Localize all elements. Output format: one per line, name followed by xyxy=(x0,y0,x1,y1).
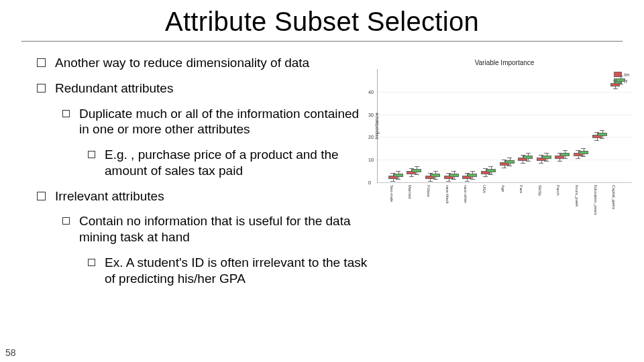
chart-xlabel: Education_years xyxy=(594,185,598,215)
chart-xlabel: Age xyxy=(501,185,505,192)
bullet-text: Contain no information that is useful fo… xyxy=(79,213,372,245)
chart-xlabel: Fare xyxy=(519,185,523,193)
chart-xlabel: SibSp xyxy=(538,185,542,196)
chart-xlabel: Capital_gains xyxy=(612,185,616,209)
chart-box xyxy=(486,69,496,182)
bullet-l1: Another way to reduce dimensionality of … xyxy=(37,55,372,71)
square-bullet-icon xyxy=(62,217,70,225)
square-bullet-icon xyxy=(37,192,46,200)
square-bullet-icon xyxy=(88,151,95,158)
chart-box xyxy=(505,69,515,182)
chart-ylabel: Importance xyxy=(374,112,380,139)
bullet-l1: Irrelevant attributes xyxy=(37,188,372,204)
chart-box xyxy=(412,69,421,182)
bullet-l2: Contain no information that is useful fo… xyxy=(62,213,372,245)
chart-xlabel: race-black xyxy=(445,185,449,204)
bullet-text: Another way to reduce dimensionality of … xyxy=(55,55,309,71)
chart-box xyxy=(616,69,625,182)
bullet-text: Duplicate much or all of the information… xyxy=(79,106,372,138)
chart-xlabel: Parch xyxy=(556,185,560,196)
chart-box xyxy=(449,69,459,182)
bullet-l3: E.g. , purchase price of a product and t… xyxy=(88,147,372,179)
chart-box xyxy=(431,69,440,182)
chart-xlabel: race-other xyxy=(464,185,468,203)
chart-box xyxy=(523,69,533,182)
chart-plot-area: Importance lm rf 010203040Sex-maleMarrie… xyxy=(377,69,632,183)
bullet-text: Irrelevant attributes xyxy=(55,188,164,204)
chart-box xyxy=(560,69,570,182)
chart-box xyxy=(468,69,477,182)
bullet-l3: Ex. A student's ID is often irrelevant t… xyxy=(88,255,372,287)
bullet-text: Redundant attributes xyxy=(55,80,173,97)
title-rule xyxy=(21,41,623,42)
bullet-text: E.g. , purchase price of a product and t… xyxy=(105,147,372,179)
square-bullet-icon xyxy=(37,58,46,67)
chart-ytick: 10 xyxy=(368,158,374,162)
chart-box xyxy=(542,69,551,182)
chart-ytick: 30 xyxy=(368,112,374,117)
chart-xlabel: hours_pwek xyxy=(575,185,579,206)
chart-box xyxy=(598,69,607,182)
chart-ytick: 20 xyxy=(368,135,374,139)
bullet-l1: Redundant attributes xyxy=(37,80,372,97)
bullet-text: Ex. A student's ID is often irrelevant t… xyxy=(105,255,372,287)
square-bullet-icon xyxy=(62,110,70,117)
chart-ytick: 0 xyxy=(368,180,371,185)
slide-title: Attribute Subset Selection xyxy=(0,0,644,37)
chart-xlabel: Pclass xyxy=(427,185,431,197)
chart-xlabel: USA xyxy=(482,185,486,193)
chart-box xyxy=(394,69,403,182)
square-bullet-icon xyxy=(37,84,46,93)
square-bullet-icon xyxy=(88,259,95,266)
chart-xlabel: Married xyxy=(408,185,412,198)
chart-title: Variable Importance xyxy=(377,59,632,66)
page-number: 58 xyxy=(5,347,16,358)
chart-box xyxy=(579,69,588,182)
chart-ytick: 40 xyxy=(368,89,374,94)
variable-importance-chart: Variable Importance Importance lm rf 010… xyxy=(377,59,632,213)
bullet-l2: Duplicate much or all of the information… xyxy=(62,106,372,138)
chart-xlabel: Sex-male xyxy=(390,185,394,202)
content-area: Another way to reduce dimensionality of … xyxy=(37,55,372,296)
